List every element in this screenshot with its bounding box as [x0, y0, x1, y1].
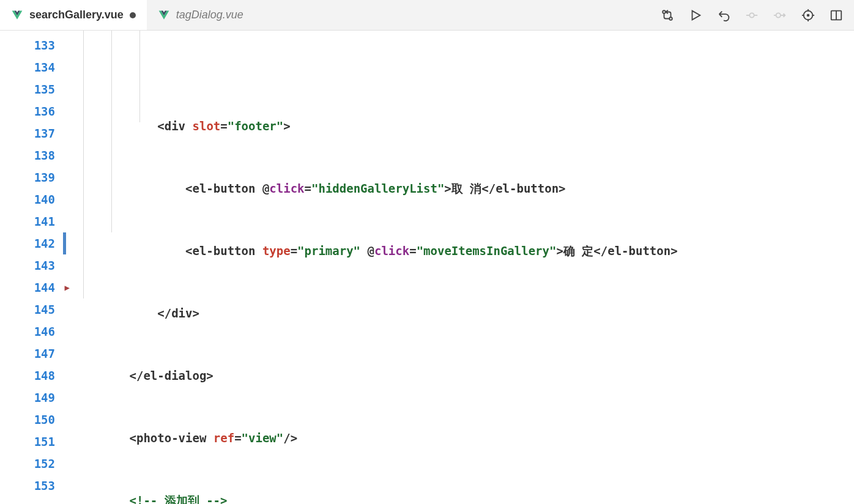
svg-point-5: [776, 13, 781, 17]
line-number: 144: [0, 276, 55, 298]
svg-point-1: [669, 17, 672, 20]
code-line: </div>: [69, 302, 854, 324]
line-number: 148: [0, 365, 55, 387]
vue-icon: [11, 9, 23, 21]
play-icon[interactable]: [689, 9, 702, 22]
code-line: </el-dialog>: [69, 365, 854, 387]
line-number: 146: [0, 321, 55, 343]
revert-icon[interactable]: [717, 9, 730, 22]
git-compare-icon[interactable]: [661, 9, 674, 22]
line-number: 152: [0, 453, 55, 475]
line-number: 151: [0, 431, 55, 453]
line-number: 133: [0, 34, 55, 56]
line-number: 137: [0, 122, 55, 144]
tab-bar: searchGallery.vue tagDialog.vue: [0, 0, 854, 31]
commit-dot-icon[interactable]: [745, 9, 759, 22]
svg-point-2: [749, 13, 754, 17]
tab-label: tagDialog.vue: [176, 9, 243, 21]
line-gutter: 133 134 135 136 137 138 139 140 141 142 …: [0, 31, 69, 504]
code-content[interactable]: <div slot="footer"> <el-button @click="h…: [69, 31, 854, 504]
line-number: 149: [0, 387, 55, 409]
svg-point-0: [663, 10, 666, 13]
dirty-indicator-icon: [130, 12, 136, 18]
line-number: 147: [0, 343, 55, 365]
line-number: 135: [0, 78, 55, 100]
vue-icon: [158, 9, 170, 21]
line-number: 139: [0, 166, 55, 188]
tab-label: searchGallery.vue: [29, 9, 124, 21]
commit-arrow-icon[interactable]: [773, 9, 787, 22]
code-line: <photo-view ref="view"/>: [69, 427, 854, 449]
target-icon[interactable]: [801, 9, 815, 22]
line-number: 140: [0, 188, 55, 210]
svg-point-9: [808, 14, 809, 16]
line-number: 145: [0, 298, 55, 321]
code-line: <el-button type="primary" @click="moveIt…: [69, 240, 854, 262]
line-number: 150: [0, 409, 55, 431]
code-line: <!-- 添加到 -->: [69, 489, 854, 504]
code-line: <el-button @click="hiddenGalleryList">取 …: [69, 177, 854, 199]
line-number: 136: [0, 100, 55, 122]
line-number: 142: [0, 232, 55, 254]
line-number: 153: [0, 475, 55, 497]
line-number: 143: [0, 254, 55, 276]
tab-tagdialog[interactable]: tagDialog.vue: [147, 0, 254, 30]
line-number: 141: [0, 210, 55, 232]
split-panel-icon[interactable]: [830, 9, 843, 22]
editor-actions: [661, 0, 854, 30]
code-line: <div slot="footer">: [69, 115, 854, 137]
line-number: 138: [0, 144, 55, 166]
tab-searchgallery[interactable]: searchGallery.vue: [0, 0, 147, 30]
line-number: 134: [0, 56, 55, 78]
editor-area[interactable]: 133 134 135 136 137 138 139 140 141 142 …: [0, 31, 854, 504]
